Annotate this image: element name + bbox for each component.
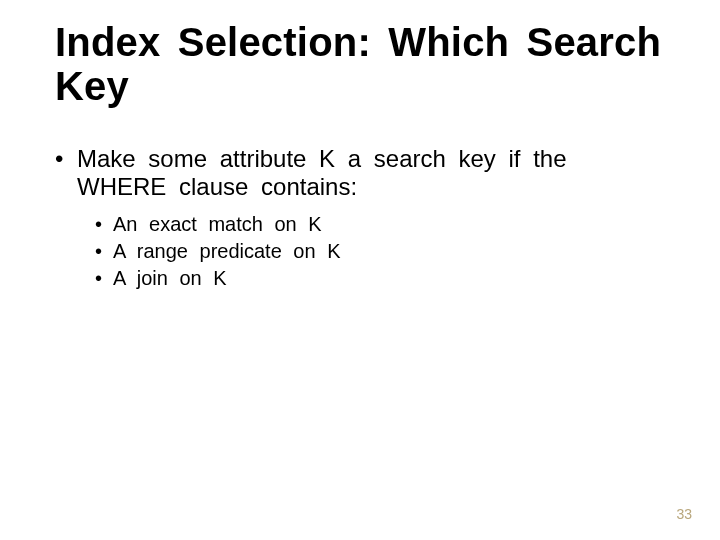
bullet-dot-icon: • — [55, 145, 77, 173]
bullet-text: Make some attribute K a search key if th… — [77, 145, 567, 200]
slide: Index Selection: Which Search Key •Make … — [0, 0, 720, 540]
bullet-level1: •Make some attribute K a search key if t… — [55, 145, 665, 200]
bullet-dot-icon: • — [95, 239, 113, 264]
bullet-level2: •A range predicate on K — [95, 239, 665, 264]
bullet-dot-icon: • — [95, 212, 113, 237]
sub-bullet-list: •An exact match on K •A range predicate … — [95, 212, 665, 291]
bullet-dot-icon: • — [95, 266, 113, 291]
bullet-level2: •A join on K — [95, 266, 665, 291]
body-content: •Make some attribute K a search key if t… — [55, 145, 665, 293]
bullet-text: A range predicate on K — [113, 240, 340, 262]
slide-title: Index Selection: Which Search Key — [55, 20, 665, 108]
bullet-text: An exact match on K — [113, 213, 322, 235]
bullet-level2: •An exact match on K — [95, 212, 665, 237]
bullet-text: A join on K — [113, 267, 227, 289]
page-number: 33 — [676, 506, 692, 522]
